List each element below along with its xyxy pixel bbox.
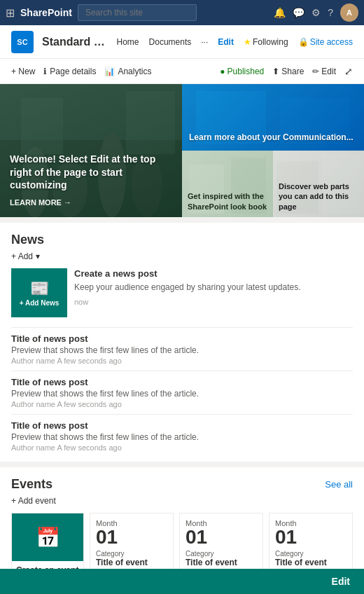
create-event-button[interactable]: 📅 [12, 513, 83, 561]
hero-section: Welcome! Select Edit at the top right of… [0, 84, 364, 217]
see-all-link[interactable]: See all [325, 479, 353, 490]
expand-button[interactable]: ⤢ [344, 66, 353, 77]
news-item-author: Author name A few seconds ago [11, 400, 353, 408]
edit-page-button[interactable]: ✏ Edit [312, 67, 336, 76]
nav-home[interactable]: Home [117, 37, 139, 47]
event-1-title: Title of event [96, 558, 167, 567]
published-badge: ● Published [220, 67, 264, 76]
analytics-button[interactable]: 📊 Analytics [104, 67, 151, 76]
news-add-icon: 📰 [30, 279, 49, 298]
grid-icon[interactable]: ⊞ [6, 6, 15, 20]
hero-bottom-right-content: Discover web parts you can add to this p… [279, 181, 358, 212]
published-icon: ● [220, 67, 225, 76]
event-3-day: 01 [275, 527, 346, 547]
news-section: News + Add ▾ 📰 + Add News Create a news … [0, 223, 364, 462]
news-create-time: now [74, 298, 353, 306]
pencil-icon: ✏ [312, 67, 319, 76]
site-nav: Home Documents ··· Edit ★Following 🔒Site… [117, 37, 353, 47]
hero-top-right-text: Learn more about your Communication... [189, 132, 354, 144]
search-input[interactable] [78, 4, 197, 21]
nav-edit[interactable]: Edit [218, 37, 234, 47]
event-2-category: Category [186, 550, 257, 558]
info-icon: ℹ [43, 67, 47, 76]
news-create-card: 📰 + Add News Create a news post Keep you… [11, 268, 353, 317]
news-create-desc: Keep your audience engaged by sharing yo… [74, 282, 353, 293]
hero-bottom-right[interactable]: Discover web parts you can add to this p… [273, 151, 364, 217]
hero-bottom-left[interactable]: Get inspired with the SharePoint look bo… [182, 151, 273, 217]
nav-following[interactable]: ★Following [244, 37, 288, 47]
news-item-2[interactable]: Title of news post Preview that shows th… [11, 371, 353, 414]
topbar: ⊞ SharePoint 🔔 💬 ⚙ ? A [0, 0, 364, 25]
help-icon[interactable]: ? [328, 7, 333, 18]
news-item-title: Title of news post [11, 377, 353, 387]
event-1-day: 01 [96, 527, 167, 547]
hero-bottom-left-text: Get inspired with the SharePoint look bo… [188, 191, 267, 212]
svg-rect-7 [126, 91, 175, 154]
add-news-button[interactable]: 📰 + Add News [11, 268, 67, 317]
nav-more[interactable]: ··· [201, 37, 208, 47]
site-name: Standard Communication Site [42, 36, 108, 48]
hero-bottom-left-content: Get inspired with the SharePoint look bo… [188, 191, 267, 212]
add-event-button[interactable]: + Add event [11, 496, 353, 506]
topbar-title: SharePoint [20, 7, 72, 18]
news-add-button[interactable]: + Add ▾ [11, 251, 353, 261]
bottom-edit-button[interactable]: Edit [332, 576, 350, 587]
analytics-icon: 📊 [104, 67, 115, 76]
nav-documents[interactable]: Documents [149, 37, 192, 47]
svg-rect-6 [21, 98, 63, 154]
news-item-preview: Preview that shows the first few lines o… [11, 432, 353, 442]
news-item-preview: Preview that shows the first few lines o… [11, 345, 353, 355]
hero-main[interactable]: Welcome! Select Edit at the top right of… [0, 84, 182, 217]
hero-bottom-right-area: Get inspired with the SharePoint look bo… [182, 151, 364, 217]
events-title: Events [11, 477, 52, 492]
hero-top-right-content: Learn more about your Communication... [189, 132, 354, 144]
news-create-text: Create a news post Keep your audience en… [74, 268, 353, 306]
site-logo: SC [11, 31, 34, 53]
events-header: Events See all [11, 477, 353, 492]
share-icon: ⬆ [272, 67, 279, 76]
news-title: News [11, 233, 353, 247]
event-3-category: Category [275, 550, 346, 558]
news-create-title: Create a news post [74, 268, 353, 279]
news-item-author: Author name A few seconds ago [11, 357, 353, 365]
share-button[interactable]: ⬆ Share [272, 67, 304, 76]
chat-icon[interactable]: 💬 [293, 7, 304, 18]
site-header: SC Standard Communication Site Home Docu… [0, 25, 364, 59]
news-item-preview: Preview that shows the first few lines o… [11, 389, 353, 399]
news-item-3[interactable]: Title of news post Preview that shows th… [11, 414, 353, 457]
hero-main-text: Welcome! Select Edit at the top right of… [10, 153, 172, 191]
event-1-category: Category [96, 550, 167, 558]
news-item-title: Title of news post [11, 333, 353, 344]
news-add-icon-label: + Add News [20, 299, 59, 307]
news-item-1[interactable]: Title of news post Preview that shows th… [11, 327, 353, 371]
bottom-bar: Edit [0, 569, 364, 594]
event-2-day: 01 [186, 527, 257, 547]
event-3-title: Title of event [275, 558, 346, 567]
calendar-add-icon: 📅 [36, 526, 60, 549]
add-event-label: + Add event [11, 496, 56, 506]
news-item-author: Author name A few seconds ago [11, 443, 353, 452]
action-bar: + New ℹ Page details 📊 Analytics ● Publi… [0, 59, 364, 84]
new-button[interactable]: + New [11, 67, 35, 76]
chevron-down-icon: ▾ [36, 251, 40, 261]
hero-main-link[interactable]: LEARN MORE → [10, 198, 71, 207]
news-add-label: + Add [11, 251, 33, 261]
avatar[interactable]: A [340, 4, 358, 22]
hero-main-content: Welcome! Select Edit at the top right of… [10, 153, 172, 207]
nav-site-access[interactable]: 🔒Site access [298, 37, 353, 47]
page-details-button[interactable]: ℹ Page details [43, 67, 96, 76]
hero-top-right[interactable]: Learn more about your Communication... [182, 84, 364, 151]
settings-icon[interactable]: ⚙ [312, 7, 321, 18]
event-2-title: Title of event [186, 558, 257, 567]
hero-bottom-right-text: Discover web parts you can add to this p… [279, 181, 358, 212]
alerts-icon[interactable]: 🔔 [274, 7, 286, 18]
news-item-title: Title of news post [11, 420, 353, 431]
